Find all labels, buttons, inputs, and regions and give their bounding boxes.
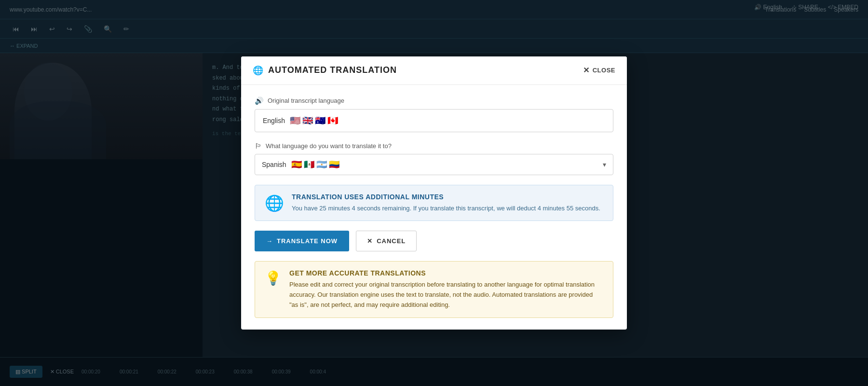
info-globe-icon: 🌐	[265, 194, 284, 212]
modal-body: 🔊 Original transcript language English 🇺…	[241, 85, 627, 330]
lightbulb-icon: 💡	[265, 270, 282, 286]
modal-close-button[interactable]: ✕ CLOSE	[583, 66, 615, 75]
cancel-btn-label: CANCEL	[377, 237, 406, 245]
target-language-name: Spanish	[262, 161, 286, 168]
arrow-right-icon: →	[266, 237, 273, 245]
modal-dialog: 🌐 AUTOMATED TRANSLATION ✕ CLOSE 🔊 Origin…	[241, 56, 627, 330]
tip-title: GET MORE ACCURATE TRANSLATIONS	[289, 269, 603, 277]
translate-now-button[interactable]: → TRANSLATE NOW	[255, 231, 349, 251]
modal-close-label: CLOSE	[593, 67, 615, 74]
translate-btn-label: TRANSLATE NOW	[277, 237, 338, 245]
flag-au: 🇦🇺	[315, 115, 326, 126]
target-language-left: Spanish 🇪🇸 🇲🇽 🇦🇷 🇨🇴	[262, 159, 339, 170]
source-label-text: Original transcript language	[268, 97, 344, 104]
close-x-icon: ✕	[583, 66, 590, 75]
modal-title-group: 🌐 AUTOMATED TRANSLATION	[253, 65, 397, 76]
cancel-x-icon: ✕	[367, 237, 373, 245]
modal-title: AUTOMATED TRANSLATION	[268, 65, 397, 75]
flag-mx: 🇲🇽	[304, 159, 314, 170]
modal-overlay: 🌐 AUTOMATED TRANSLATION ✕ CLOSE 🔊 Origin…	[0, 0, 868, 386]
info-box: 🌐 TRANSLATION USES ADDITIONAL MINUTES Yo…	[255, 185, 613, 221]
source-flags: 🇺🇸 🇬🇧 🇦🇺 🇨🇦	[290, 115, 338, 126]
source-language-name: English	[263, 117, 285, 124]
tip-box: 💡 GET MORE ACCURATE TRANSLATIONS Please …	[255, 261, 613, 318]
globe-icon: 🌐	[253, 65, 263, 76]
target-flags: 🇪🇸 🇲🇽 🇦🇷 🇨🇴	[291, 159, 339, 170]
cancel-button[interactable]: ✕ CANCEL	[356, 231, 417, 251]
flag-co: 🇨🇴	[329, 159, 339, 170]
flag-ar: 🇦🇷	[316, 159, 327, 170]
tip-text: Please edit and correct your original tr…	[289, 280, 603, 310]
flag-gb: 🇬🇧	[302, 115, 313, 126]
chevron-down-icon: ▾	[603, 161, 606, 168]
source-section-label: 🔊 Original transcript language	[255, 96, 613, 105]
flag-icon: 🏳	[255, 142, 262, 150]
target-language-selector[interactable]: Spanish 🇪🇸 🇲🇽 🇦🇷 🇨🇴 ▾	[255, 154, 613, 175]
modal-header: 🌐 AUTOMATED TRANSLATION ✕ CLOSE	[241, 56, 627, 85]
flag-es: 🇪🇸	[291, 159, 302, 170]
source-language-section: 🔊 Original transcript language English 🇺…	[255, 96, 613, 132]
target-label-text: What language do you want to translate i…	[266, 142, 392, 150]
source-language-display: English 🇺🇸 🇬🇧 🇦🇺 🇨🇦	[255, 109, 613, 132]
action-row: → TRANSLATE NOW ✕ CANCEL	[255, 231, 613, 251]
target-section-label: 🏳 What language do you want to translate…	[255, 142, 613, 150]
tip-content: GET MORE ACCURATE TRANSLATIONS Please ed…	[289, 269, 603, 310]
target-language-section: 🏳 What language do you want to translate…	[255, 142, 613, 175]
flag-us: 🇺🇸	[290, 115, 300, 126]
speaker-icon: 🔊	[255, 96, 264, 105]
info-text: You have 25 minutes 4 seconds remaining.…	[292, 204, 600, 213]
info-title: TRANSLATION USES ADDITIONAL MINUTES	[292, 193, 600, 201]
info-content: TRANSLATION USES ADDITIONAL MINUTES You …	[292, 193, 600, 213]
flag-ca: 🇨🇦	[327, 115, 338, 126]
